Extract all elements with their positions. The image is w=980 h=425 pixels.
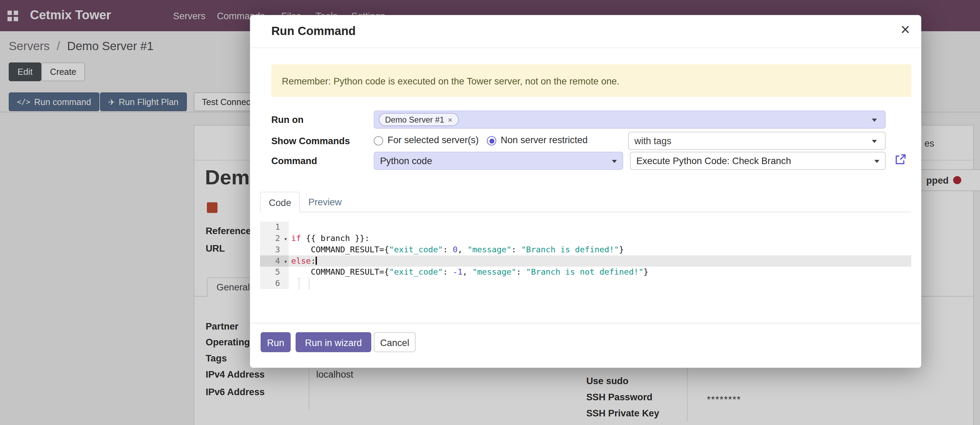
remove-tag-icon[interactable]: × bbox=[448, 115, 453, 124]
code-fold-icon[interactable]: ▾ bbox=[284, 256, 288, 267]
editor-code[interactable]: if {{ branch }}: COMMAND_RESULT={"exit_c… bbox=[289, 222, 911, 289]
radio-non-server-restricted-label[interactable]: Non server restricted bbox=[501, 134, 588, 145]
radio-non-server-restricted[interactable] bbox=[487, 136, 496, 146]
with-tags-placeholder: with tags bbox=[634, 133, 671, 149]
indent-guide bbox=[299, 278, 299, 289]
server-tag-label: Demo Server #1 bbox=[385, 115, 444, 124]
run-command-modal: Run Command × Remember: Python code is e… bbox=[250, 15, 921, 368]
code-line[interactable]: else: bbox=[289, 255, 911, 267]
server-tag[interactable]: Demo Server #1 × bbox=[379, 113, 458, 126]
python-warning-alert: Remember: Python code is executed on the… bbox=[271, 64, 911, 97]
external-link-icon[interactable] bbox=[894, 154, 907, 165]
chevron-down-icon[interactable] bbox=[872, 119, 877, 122]
gutter-line-number[interactable]: 3 bbox=[260, 244, 289, 255]
viewport: Cetmix Tower Servers Commands Files Tool… bbox=[0, 0, 980, 425]
gutter-line-number[interactable]: 5 bbox=[260, 267, 289, 278]
tabs-divider bbox=[260, 212, 911, 212]
code-fold-icon[interactable]: ▾ bbox=[284, 233, 288, 245]
gutter-line-number[interactable]: 6 bbox=[260, 278, 289, 289]
gutter-line-number[interactable]: 1 bbox=[260, 222, 289, 233]
command-value: Execute Python Code: Check Branch bbox=[636, 152, 791, 169]
code-line[interactable]: if {{ branch }}: bbox=[289, 233, 911, 244]
run-in-wizard-button[interactable]: Run in wizard bbox=[296, 332, 371, 352]
chevron-down-icon[interactable] bbox=[612, 160, 617, 163]
text-cursor-icon bbox=[316, 257, 317, 265]
indent-guide bbox=[309, 278, 310, 289]
code-editor[interactable]: 12▾34▾56 if {{ branch }}: COMMAND_RESULT… bbox=[260, 222, 911, 289]
radio-for-selected-servers[interactable] bbox=[374, 136, 383, 146]
radio-for-selected-servers-label[interactable]: For selected server(s) bbox=[388, 134, 479, 145]
editor-gutter: 12▾34▾56 bbox=[260, 222, 289, 289]
command-type-select[interactable]: Python code bbox=[374, 152, 623, 170]
command-select[interactable]: Execute Python Code: Check Branch bbox=[630, 152, 886, 170]
gutter-line-number[interactable]: 2▾ bbox=[260, 233, 289, 244]
command-label: Command bbox=[271, 152, 317, 170]
tab-code[interactable]: Code bbox=[260, 192, 300, 212]
show-commands-label: Show Commands bbox=[271, 132, 350, 150]
code-line[interactable]: COMMAND_RESULT={"exit_code": -1, "messag… bbox=[289, 267, 911, 278]
run-on-select[interactable]: Demo Server #1 × bbox=[374, 111, 886, 129]
cancel-button[interactable]: Cancel bbox=[374, 332, 416, 352]
modal-footer-divider bbox=[250, 323, 921, 324]
code-line[interactable]: COMMAND_RESULT={"exit_code": 0, "message… bbox=[289, 244, 911, 255]
modal-title: Run Command bbox=[271, 24, 356, 38]
run-button[interactable]: Run bbox=[261, 332, 290, 352]
code-line[interactable] bbox=[289, 222, 911, 233]
chevron-down-icon[interactable] bbox=[875, 160, 880, 163]
tab-preview[interactable]: Preview bbox=[300, 192, 350, 212]
modal-header: Run Command × bbox=[250, 15, 921, 48]
chevron-down-icon[interactable] bbox=[872, 140, 877, 143]
with-tags-select[interactable]: with tags bbox=[628, 132, 886, 150]
command-type-value: Python code bbox=[380, 152, 432, 169]
close-icon[interactable]: × bbox=[900, 20, 910, 40]
gutter-line-number[interactable]: 4▾ bbox=[260, 255, 289, 267]
run-on-label: Run on bbox=[271, 111, 304, 129]
code-line[interactable] bbox=[289, 278, 911, 289]
